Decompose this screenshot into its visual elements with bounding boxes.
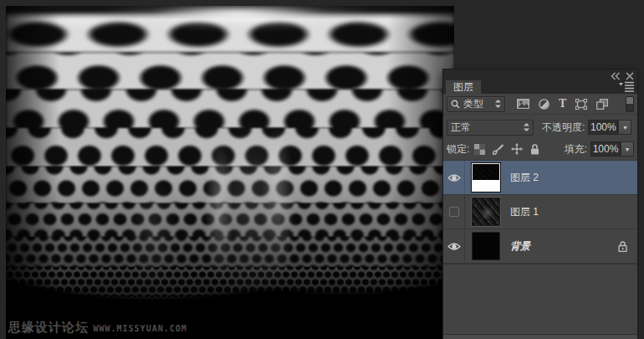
fill-value[interactable]: 100% (590, 141, 621, 157)
layer-row-layer-1[interactable]: 图层 1 (443, 195, 637, 229)
tab-layers[interactable]: 图层 (445, 80, 482, 94)
watermark: 思缘设计论坛 WWW.MISSYUAN.COM (8, 320, 187, 336)
visibility-toggle[interactable] (443, 195, 465, 229)
layer-row-background[interactable]: 背景 (443, 229, 637, 264)
panel-footer-bar (443, 334, 637, 339)
layer-thumbnail[interactable] (472, 163, 500, 192)
visibility-toggle[interactable] (443, 161, 465, 194)
lock-position-icon[interactable] (511, 143, 523, 155)
watermark-url: WWW.MISSYUAN.COM (93, 324, 187, 333)
layer-filtering-toggle[interactable] (626, 96, 634, 112)
layer-thumbnail[interactable] (472, 198, 500, 226)
blend-mode-select[interactable]: 正常 (447, 120, 534, 136)
layer-row-layer-2[interactable]: 图层 2 (443, 161, 637, 195)
layer-name[interactable]: 背景 (510, 239, 530, 254)
filter-shape-layers-icon[interactable] (575, 99, 587, 110)
panel-body: 类型 T (443, 94, 637, 339)
lock-all-icon[interactable] (530, 144, 539, 155)
fill-dropdown-button[interactable]: ▼ (621, 141, 634, 157)
lock-row: 锁定: 填充: 100% ▼ (443, 138, 637, 161)
blend-row: 正常 不透明度: 100% ▼ (443, 116, 637, 138)
tab-layers-label: 图层 (453, 80, 473, 95)
watermark-site: 思缘设计论坛 (8, 320, 89, 334)
kind-filter-select[interactable]: 类型 (447, 96, 505, 112)
updown-arrows-icon (495, 100, 501, 108)
panel-header: 图层 (443, 69, 637, 94)
kind-filter-value: 类型 (463, 97, 483, 111)
collapse-panels-icon[interactable] (611, 72, 621, 80)
close-icon[interactable] (626, 72, 634, 80)
filter-pixel-layers-icon[interactable] (517, 99, 529, 109)
filter-row: 类型 T (443, 94, 637, 115)
lock-transparency-icon[interactable] (474, 144, 485, 155)
eye-icon (447, 242, 461, 251)
filter-type-layers-icon[interactable]: T (559, 99, 566, 109)
opacity-value[interactable]: 100% (588, 120, 618, 135)
app-window: { "watermark": { "site": "思缘设计论坛", "url"… (0, 0, 644, 339)
filter-smart-object-icon[interactable] (596, 99, 608, 110)
lock-label: 锁定: (447, 142, 469, 157)
blend-mode-value: 正常 (451, 121, 471, 135)
layers-panel: 图层 类型 T (443, 69, 637, 339)
opacity-dropdown-button[interactable]: ▼ (618, 120, 631, 135)
layer-name[interactable]: 图层 1 (510, 205, 539, 219)
opacity-label: 不透明度: (542, 121, 585, 135)
lock-paint-icon[interactable] (493, 144, 503, 155)
updown-arrows-icon (524, 123, 529, 131)
layer-thumbnail[interactable] (472, 232, 500, 260)
layer-name[interactable]: 图层 2 (510, 171, 539, 185)
eye-icon (447, 173, 461, 182)
wavy-bottom-edge (6, 6, 454, 339)
fill-label: 填充: (565, 142, 587, 157)
document-canvas[interactable]: 思缘设计论坛 WWW.MISSYUAN.COM (6, 6, 454, 339)
search-icon (451, 100, 460, 109)
background-lock-icon (618, 241, 627, 252)
eye-hidden-icon (449, 207, 459, 217)
filter-adjustment-layers-icon[interactable] (539, 99, 549, 110)
visibility-toggle[interactable] (443, 229, 465, 263)
panel-menu-icon[interactable] (619, 81, 634, 92)
layers-list: 图层 2 图层 1 背景 (443, 161, 637, 265)
